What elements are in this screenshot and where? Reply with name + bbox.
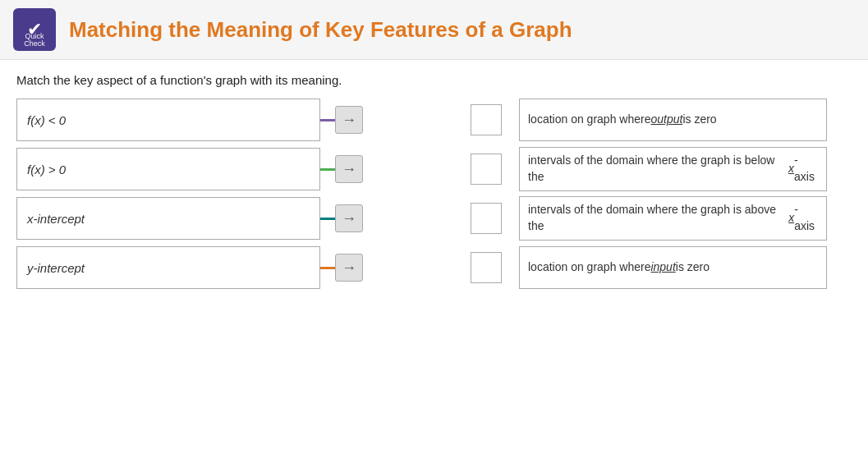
term-label-4: y-intercept	[27, 261, 85, 275]
term-label-3: x-intercept	[27, 212, 85, 226]
drop-box-4[interactable]	[471, 252, 502, 283]
term-box-1: f(x) < 0	[16, 99, 320, 141]
term-box-3: x-intercept	[16, 197, 320, 240]
drop-row-1	[462, 99, 511, 141]
arrow-button-1[interactable]: →	[335, 106, 363, 134]
drop-row-3	[462, 197, 511, 240]
term-label-2: f(x) > 0	[27, 163, 66, 176]
def-row-4: location on graph where input is zero	[519, 246, 827, 289]
drop-box-2[interactable]	[471, 154, 502, 185]
arrow-button-2[interactable]: →	[335, 155, 363, 183]
content: Match the key aspect of a function's gra…	[0, 60, 868, 309]
page-title: Matching the Meaning of Key Features of …	[69, 17, 572, 43]
arrow-button-3[interactable]: →	[335, 204, 363, 232]
arrow-button-4[interactable]: →	[335, 254, 363, 282]
logo-text: Quick Check	[13, 33, 56, 48]
definitions-column: location on graph where output is zero i…	[519, 99, 827, 296]
term-row-4: y-intercept	[16, 246, 320, 289]
arrow-row-3: →	[320, 197, 363, 240]
term-row-1: f(x) < 0	[16, 99, 320, 141]
drop-box-1[interactable]	[471, 104, 502, 135]
arrow-row-4: →	[320, 246, 363, 289]
term-box-2: f(x) > 0	[16, 148, 320, 190]
terms-column: f(x) < 0 f(x) > 0 x-intercept y-intercep…	[16, 99, 320, 296]
arrow-row-2: →	[320, 148, 363, 190]
def-row-1: location on graph where output is zero	[519, 99, 827, 141]
def-row-2: intervals of the domain where the graph …	[519, 148, 827, 190]
header: ✔ Quick Check Matching the Meaning of Ke…	[0, 0, 868, 60]
def-box-2: intervals of the domain where the graph …	[519, 147, 827, 190]
term-box-4: y-intercept	[16, 246, 320, 289]
arrow-row-1: →	[320, 99, 363, 141]
connector-line-4	[320, 267, 335, 269]
drop-row-2	[462, 148, 511, 190]
term-label-1: f(x) < 0	[27, 113, 66, 127]
def-box-4: location on graph where input is zero	[519, 246, 827, 289]
def-box-3: intervals of the domain where the graph …	[519, 196, 827, 240]
instruction: Match the key aspect of a function's gra…	[16, 73, 852, 87]
drop-box-3[interactable]	[471, 203, 502, 234]
drop-row-4	[462, 246, 511, 289]
connector-line-3	[320, 218, 335, 220]
term-row-2: f(x) > 0	[16, 148, 320, 190]
drop-column	[462, 99, 511, 296]
term-row-3: x-intercept	[16, 197, 320, 240]
def-box-1: location on graph where output is zero	[519, 99, 827, 141]
arrow-column: → → → →	[320, 99, 363, 296]
connector-line-2	[320, 168, 335, 171]
connector-line-1	[320, 119, 335, 121]
matching-area: f(x) < 0 f(x) > 0 x-intercept y-intercep…	[16, 99, 852, 296]
logo: ✔ Quick Check	[13, 8, 56, 51]
def-row-3: intervals of the domain where the graph …	[519, 197, 827, 240]
